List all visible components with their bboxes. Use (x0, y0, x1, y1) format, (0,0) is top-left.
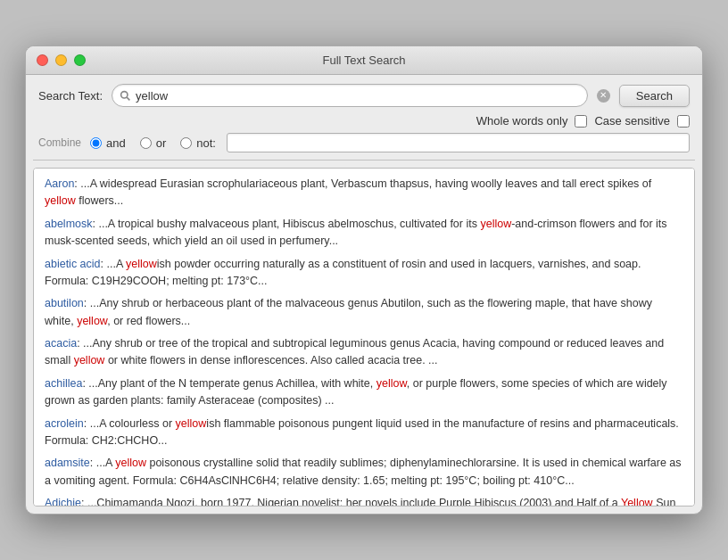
entry-term[interactable]: Aaron (45, 177, 74, 190)
svg-point-0 (121, 91, 128, 97)
list-item: Adichie: ...Chimamanda Ngozi, born 1977,… (45, 495, 683, 506)
entry-text: : ...Chimamanda Ngozi, born 1977, Nigeri… (45, 497, 675, 506)
svg-line-1 (127, 97, 129, 100)
case-sensitive-checkbox[interactable] (677, 115, 690, 128)
entry-text: : ...A widespread Eurasian scrophulariac… (45, 177, 651, 207)
entry-term[interactable]: abietic acid (45, 258, 101, 270)
entry-text: : ...Any shrub or herbaceous plant of th… (45, 297, 652, 326)
search-row: Search Text: ✕ Search (38, 84, 690, 107)
close-button[interactable] (37, 54, 48, 66)
entry-term[interactable]: abutilon (45, 297, 84, 309)
list-item: achillea: ...Any plant of the N temperat… (45, 375, 683, 410)
minimize-button[interactable] (55, 54, 67, 66)
toolbar: Search Text: ✕ Search Whole words only C… (26, 75, 702, 160)
search-button[interactable]: Search (619, 85, 690, 107)
maximize-button[interactable] (74, 54, 86, 66)
entry-term[interactable]: achillea (45, 377, 82, 390)
radio-not-input[interactable] (180, 137, 192, 149)
search-input[interactable] (136, 89, 580, 103)
entry-text: : ...Any shrub or tree of the tropical a… (45, 337, 664, 366)
entry-term[interactable]: adamsite (45, 457, 90, 469)
window-controls (37, 54, 86, 66)
entry-text: : ...Any plant of the N temperate genus … (45, 377, 667, 407)
entry-term[interactable]: Adichie (45, 497, 81, 506)
entry-text: : ...A tropical bushy malvaceous plant, … (45, 218, 667, 247)
radio-and[interactable]: and (90, 136, 126, 150)
case-sensitive-label: Case sensitive (594, 114, 670, 128)
options-row: Whole words only Case sensitive (38, 114, 690, 128)
main-window: Full Text Search Search Text: ✕ Search W… (25, 45, 703, 515)
search-input-wrapper (112, 84, 588, 107)
list-item: acrolein: ...A colourless or yellowish f… (45, 416, 683, 450)
entry-text: : ...A colourless or yellowish flammable… (45, 417, 679, 447)
list-item: abietic acid: ...A yellowish powder occu… (45, 256, 683, 291)
entry-term[interactable]: abelmosk (45, 218, 93, 230)
whole-words-checkbox[interactable] (575, 115, 587, 128)
clear-button[interactable]: ✕ (597, 89, 610, 103)
search-icon (120, 90, 131, 102)
radio-and-input[interactable] (90, 137, 102, 149)
entry-text: : ...A yellowish powder occurring natura… (45, 258, 641, 287)
search-label: Search Text: (38, 89, 103, 103)
combine-label: Combine (38, 136, 81, 149)
divider (33, 160, 695, 161)
combine-text-input[interactable] (227, 133, 690, 152)
entry-term[interactable]: acacia (45, 337, 77, 350)
radio-group: and or not: (90, 136, 216, 150)
list-item: abutilon: ...Any shrub or herbaceous pla… (45, 295, 683, 330)
whole-words-label: Whole words only (476, 114, 568, 128)
results-area[interactable]: Aaron: ...A widespread Eurasian scrophul… (33, 168, 695, 506)
entry-term[interactable]: acrolein (45, 417, 84, 430)
radio-not[interactable]: not: (180, 136, 216, 150)
list-item: acacia: ...Any shrub or tree of the trop… (45, 335, 683, 370)
window-title: Full Text Search (323, 54, 406, 67)
combine-row: Combine and or not: (38, 133, 690, 152)
list-item: adamsite: ...A yellow poisonous crystall… (45, 455, 683, 490)
radio-or-input[interactable] (140, 137, 152, 149)
list-item: Aaron: ...A widespread Eurasian scrophul… (45, 176, 683, 210)
radio-or[interactable]: or (140, 136, 167, 150)
entry-text: : ...A yellow poisonous crystalline soli… (45, 457, 682, 486)
title-bar: Full Text Search (26, 46, 702, 75)
list-item: abelmosk: ...A tropical bushy malvaceous… (45, 216, 683, 251)
